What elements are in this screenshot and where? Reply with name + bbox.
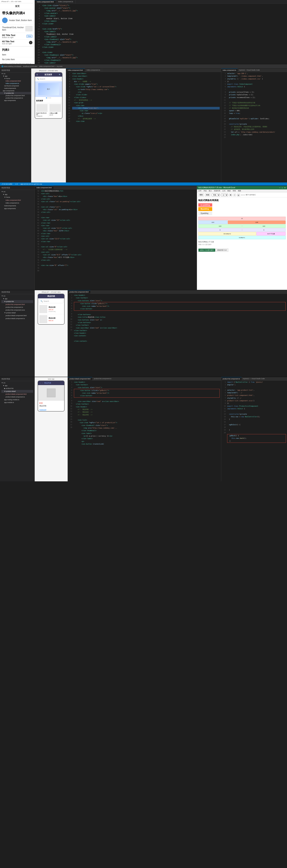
tree4-app[interactable]: ▼ app bbox=[1, 297, 33, 300]
excel-minimize[interactable]: ─ bbox=[279, 187, 280, 189]
excel-maximize[interactable]: □ bbox=[282, 187, 283, 189]
tab-active-5[interactable]: product-detail.component.html bbox=[68, 377, 92, 380]
grid-note: 表格 C12 进行操作 bbox=[198, 244, 286, 246]
tree-ts3[interactable]: index.component.ts bbox=[1, 202, 33, 204]
tree-item-home[interactable]: ▼ home bbox=[0, 77, 31, 80]
tree-item-product[interactable]: ▼ product-list bbox=[0, 92, 31, 94]
tree-item-app[interactable]: app-components bbox=[0, 90, 31, 92]
grid-row-8offset: 8 offset=1 bbox=[198, 236, 286, 239]
menu-insert[interactable]: 插入 bbox=[209, 190, 212, 192]
tree-src[interactable]: ▼ src bbox=[1, 190, 33, 193]
excel-font-select[interactable]: 等线Arial bbox=[212, 194, 220, 196]
tree4-detail[interactable]: ▼ product-detail bbox=[1, 311, 33, 314]
phone-nav-4: 商品列表 bbox=[38, 294, 64, 298]
tree4-pd-ts[interactable]: product-detail.component.ts bbox=[1, 317, 33, 320]
tree-item-index-html[interactable]: index.component.html bbox=[0, 80, 31, 82]
menu-data[interactable]: 数据 bbox=[227, 190, 230, 192]
tree4-pl-ts[interactable]: product-list.component.ts bbox=[1, 306, 33, 309]
tree4-pl-scss[interactable]: product-list.component.scss bbox=[1, 309, 33, 311]
tab-html[interactable]: index.component.html bbox=[35, 0, 56, 3]
tree-app[interactable]: ▼ app bbox=[1, 193, 33, 196]
tree-item-pl-ts[interactable]: product-list.component.ts bbox=[0, 97, 31, 99]
search-bar-4[interactable]: 🔍 Search bbox=[39, 299, 63, 303]
right-tab-active[interactable]: index.component.ts bbox=[221, 68, 238, 72]
tree4-src[interactable]: ▼ src bbox=[1, 294, 33, 297]
tree5-product-list[interactable]: ▶ product-list bbox=[1, 387, 33, 390]
tree-item-1[interactable]: ▼ src bbox=[0, 72, 31, 75]
grid-cell-6b: 6 bbox=[242, 228, 286, 231]
tree5-app-routing[interactable]: app-routing.module.ts bbox=[1, 398, 33, 401]
excel-close[interactable]: ✕ bbox=[284, 187, 286, 189]
tree-main[interactable]: maincomponents bbox=[1, 204, 33, 207]
right-tab-vs[interactable]: myionic2 — Visual Studio Code bbox=[242, 377, 266, 380]
product-price-list-1: ¥99.00 bbox=[48, 309, 56, 311]
excel-underline[interactable]: U bbox=[237, 194, 240, 196]
back-arrow-icon[interactable]: ← bbox=[39, 382, 41, 384]
tab-ts[interactable]: index.component.ts bbox=[56, 0, 75, 3]
tab-active-2[interactable]: index.component.html bbox=[66, 68, 85, 72]
tree5-pd-ts[interactable]: product-detail.component.ts bbox=[1, 396, 33, 398]
grid-cell-6a: 12/2 bbox=[198, 220, 227, 224]
product-name-list-1: 商品名称 bbox=[48, 306, 56, 308]
tree5-src[interactable]: ▼ src bbox=[1, 381, 33, 384]
tree4-pd-html[interactable]: product-detail.component.html bbox=[1, 314, 33, 317]
color-box-nopadding: no-padding bbox=[198, 203, 212, 207]
excel-italic[interactable]: I bbox=[234, 194, 236, 196]
view-button[interactable]: View bbox=[26, 35, 33, 38]
device-info-5: Ionic App bbox=[48, 378, 54, 380]
sheet-tab-2[interactable]: 基础内容 C12 bbox=[216, 248, 228, 252]
excel-bold[interactable]: B bbox=[229, 194, 232, 196]
product-list-item-2[interactable]: 商品名称 ¥99.00 bbox=[38, 314, 64, 324]
tab-inactive-2[interactable]: index.component.ts bbox=[85, 68, 102, 72]
product-list-title: 商品列表 bbox=[47, 295, 55, 297]
product-list-item-1[interactable]: 商品名称 ¥99.00 [routerLink] bbox=[38, 304, 64, 314]
menu-file[interactable]: 文件 bbox=[198, 190, 202, 192]
tree4-product[interactable]: ▼ product-list bbox=[1, 300, 33, 303]
tree5-app-module[interactable]: app.module.ts bbox=[1, 401, 33, 404]
carousel-img-placeholder: 图片 bbox=[38, 83, 59, 95]
tab-inactive-5[interactable]: product-list.component.ts bbox=[92, 377, 113, 380]
tree-home[interactable]: ▼ home bbox=[1, 196, 33, 198]
code-editor-5: product-detail.component.html product-li… bbox=[68, 377, 221, 482]
phone-frame-5: ← ← 商品列表 ¥ ¥ 商品详情 [routerLink] bbox=[38, 380, 65, 411]
tree5-product-detail[interactable]: ▼ product-detail bbox=[1, 390, 33, 393]
tab-active-3[interactable]: index.component.html bbox=[35, 186, 53, 189]
menu-review[interactable]: 审阅 bbox=[233, 190, 236, 192]
tree-item-main[interactable]: maincomponents bbox=[0, 87, 31, 90]
menu-page[interactable]: 页面布局 bbox=[214, 190, 220, 192]
thumbnail-end bbox=[26, 26, 32, 31]
menu-view[interactable]: 视图 bbox=[238, 190, 241, 192]
excel-btn-copy[interactable]: 复制 bbox=[198, 193, 204, 196]
excel-size-select[interactable]: 121014 bbox=[221, 194, 228, 196]
code-editor-1: index.component.html index.component.ts … bbox=[35, 0, 287, 64]
avatar bbox=[2, 18, 8, 23]
tab-active-4[interactable]: product-list.component.html bbox=[68, 290, 91, 293]
tree4-pl-html[interactable]: product-list.component.html bbox=[1, 303, 33, 306]
product-2: 小米Air 全属 超轻薄 bbox=[49, 103, 62, 118]
menu-home[interactable]: 开始 bbox=[204, 190, 207, 192]
grid-system-title: 响应式网格布局系统 bbox=[198, 199, 286, 202]
sidebar-4: 资源管理器 ▼ src ▼ app ▼ product-list product… bbox=[0, 290, 35, 377]
tree-app2[interactable]: app-components bbox=[1, 207, 33, 210]
search-bar-2[interactable]: 🔍 Search bbox=[36, 77, 62, 81]
menu-formula[interactable]: 公式 bbox=[222, 190, 225, 192]
tree-item-2[interactable]: ▼ app bbox=[0, 75, 31, 77]
tree-item-app-comp[interactable]: app-components bbox=[0, 99, 31, 102]
tree-item-notfound[interactable]: not-found.component bbox=[0, 85, 31, 87]
right-tab-active-5[interactable]: product-list.component.ts bbox=[221, 377, 242, 380]
sheet-tab-1[interactable]: table1 C12进行操作 bbox=[198, 248, 215, 252]
right-tab-inactive[interactable]: myionic2 - Visual Studio Code bbox=[238, 68, 261, 72]
tree5-pd-html[interactable]: product-detail.component.html bbox=[1, 393, 33, 396]
tree-item-index-ts[interactable]: index.component.ts bbox=[0, 82, 31, 85]
grid-row-3cols: 12/2 12/2 bbox=[198, 224, 286, 228]
nav-icon: ☰ bbox=[36, 74, 38, 75]
router-link-btn[interactable]: [routerLink] bbox=[39, 409, 63, 410]
status-branch: ⎇ on-ion-outlet bbox=[1, 183, 12, 185]
tree-item-pl-html[interactable]: product-list.component.html bbox=[0, 94, 31, 97]
excel-btn-paste[interactable]: 粘贴 bbox=[205, 193, 211, 196]
carousel: 图片 bbox=[35, 81, 62, 97]
tree-html3[interactable]: index.component.html bbox=[1, 199, 33, 202]
h2-note: Button on right bbox=[2, 36, 15, 38]
tree5-app[interactable]: ▼ app bbox=[1, 384, 33, 387]
mobile-preview-1: iPhone 6/7 ↕ 375 × 667 99% 首页 带头像的列表4 Av… bbox=[0, 0, 35, 64]
